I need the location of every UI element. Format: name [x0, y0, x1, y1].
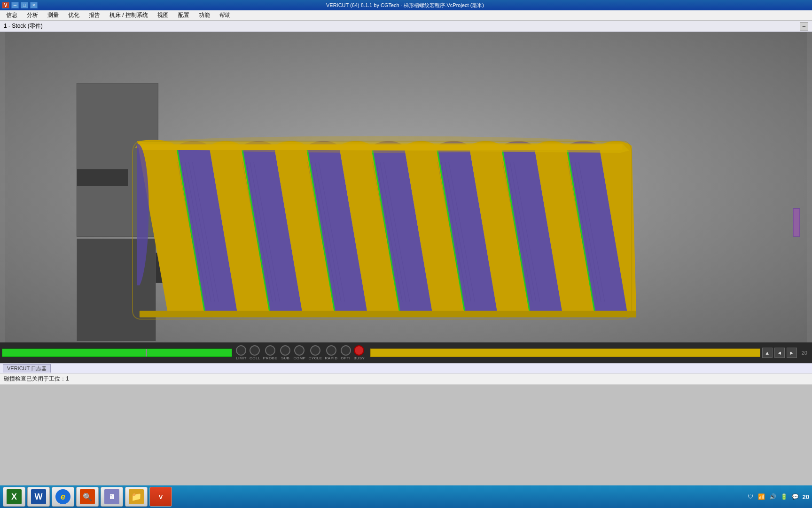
taskbar-vericut-btn[interactable]: V: [149, 487, 172, 507]
status-text: 碰撞检查已关闭于工位：1: [4, 375, 69, 383]
menu-measure[interactable]: 测量: [43, 10, 63, 21]
computer-icon: 🖥: [104, 489, 119, 504]
opti-circle[interactable]: [341, 345, 351, 356]
titlebar-left: V ─ □ ✕: [2, 2, 38, 8]
search-icon: 🔍: [80, 489, 95, 504]
ctrl-up-btn[interactable]: ▲: [762, 348, 773, 358]
progress-bar-left[interactable]: [2, 349, 232, 357]
busy-indicator[interactable]: BUSY: [354, 345, 365, 360]
coll-label: COLL: [250, 356, 260, 360]
comp-label: COMP: [293, 356, 305, 360]
ctrl-next-btn[interactable]: ►: [787, 348, 797, 358]
taskbar-folder-btn[interactable]: 📁: [125, 487, 148, 507]
infobar: 1 - Stock (零件) ─: [0, 21, 812, 32]
menu-config[interactable]: 配置: [174, 10, 194, 21]
menubar: 信息 分析 测量 优化 报告 机床 / 控制系统 视图 配置 功能 帮助: [0, 10, 812, 21]
coll-indicator[interactable]: COLL: [250, 345, 260, 360]
titlebar-title: VERICUT (64) 8.1.1 by CGTech - 梯形槽螺纹宏程序.…: [38, 2, 773, 9]
comp-indicator[interactable]: COMP: [293, 345, 305, 360]
titlebar-close-btn[interactable]: ✕: [30, 2, 38, 8]
cycle-circle[interactable]: [310, 345, 320, 356]
svg-rect-2: [77, 169, 128, 186]
limit-indicator[interactable]: LIMIT: [236, 345, 247, 360]
ctrl-right-buttons: ▲ ◄ ►: [760, 348, 799, 358]
statusbar: 碰撞检查已关闭于工位：1: [0, 373, 812, 385]
menu-analysis[interactable]: 分析: [23, 10, 42, 21]
controlbar: LIMIT COLL PROBE SUB COMP CYCLE: [0, 342, 812, 363]
vericut-taskbar-icon: V: [153, 489, 168, 504]
opti-indicator[interactable]: OPTI: [341, 345, 351, 360]
log-tab[interactable]: VERICUT 日志器: [3, 364, 51, 373]
log-bar: VERICUT 日志器: [0, 363, 812, 373]
menu-info[interactable]: 信息: [2, 10, 22, 21]
progress-thumb[interactable]: [146, 349, 147, 357]
titlebar-restore-btn[interactable]: □: [21, 2, 28, 8]
taskbar: X W e 🔍 🖥 📁 V 🛡 📶 🔊 🔋 💬 20: [0, 485, 812, 508]
probe-label: PROBE: [263, 356, 278, 360]
comp-circle[interactable]: [294, 345, 304, 356]
sub-indicator[interactable]: SUB: [280, 345, 290, 360]
taskbar-volume-icon[interactable]: 🔊: [769, 492, 777, 501]
taskbar-battery-icon[interactable]: 🔋: [780, 492, 789, 501]
limit-label: LIMIT: [236, 356, 247, 360]
svg-rect-14: [140, 311, 636, 318]
menu-function[interactable]: 功能: [195, 10, 214, 21]
sub-circle[interactable]: [280, 345, 290, 356]
stock-label: 1 - Stock (零件): [4, 22, 43, 30]
excel-icon: X: [7, 489, 22, 504]
menu-report[interactable]: 报告: [85, 10, 104, 21]
cycle-label: CYCLE: [308, 356, 322, 360]
taskbar-word-btn[interactable]: W: [27, 487, 50, 507]
infobar-minimize-btn[interactable]: ─: [800, 22, 808, 31]
svg-rect-44: [793, 208, 800, 236]
opti-label: OPTI: [341, 356, 351, 360]
probe-circle[interactable]: [265, 345, 275, 356]
app-icon[interactable]: V: [2, 2, 9, 8]
taskbar-balloon-icon[interactable]: 💬: [791, 492, 800, 501]
taskbar-time: 20: [803, 493, 809, 500]
busy-circle[interactable]: [354, 345, 364, 356]
titlebar-min-btn[interactable]: ─: [11, 2, 19, 8]
taskbar-excel-btn[interactable]: X: [3, 487, 25, 507]
page-number: 20: [799, 350, 810, 356]
coll-circle[interactable]: [250, 345, 260, 356]
probe-indicator[interactable]: PROBE: [263, 345, 278, 360]
folder-icon: 📁: [129, 489, 144, 504]
infobar-right: ─: [800, 22, 808, 31]
limit-circle[interactable]: [236, 345, 246, 356]
taskbar-shield-icon[interactable]: 🛡: [746, 492, 755, 501]
titlebar: V ─ □ ✕ VERICUT (64) 8.1.1 by CGTech - 梯…: [0, 0, 812, 10]
3d-scene: [0, 32, 812, 342]
menu-optimize[interactable]: 优化: [64, 10, 84, 21]
control-indicators: LIMIT COLL PROBE SUB COMP CYCLE: [232, 345, 368, 360]
rapid-label: RAPID: [325, 356, 338, 360]
viewport[interactable]: [0, 32, 812, 342]
taskbar-computer-btn[interactable]: 🖥: [101, 487, 123, 507]
sub-label: SUB: [281, 356, 289, 360]
ctrl-prev-btn[interactable]: ◄: [774, 348, 785, 358]
busy-label: BUSY: [354, 356, 365, 360]
taskbar-right: 🛡 📶 🔊 🔋 💬 20: [746, 492, 809, 501]
menu-view[interactable]: 视图: [153, 10, 173, 21]
taskbar-search-btn[interactable]: 🔍: [76, 487, 99, 507]
ie-icon: e: [55, 489, 70, 504]
rapid-indicator[interactable]: RAPID: [325, 345, 338, 360]
menu-help[interactable]: 帮助: [215, 10, 235, 21]
taskbar-network-icon[interactable]: 📶: [757, 492, 766, 501]
svg-rect-13: [140, 144, 623, 150]
menu-machine[interactable]: 机床 / 控制系统: [105, 10, 152, 21]
word-icon: W: [31, 489, 46, 504]
rapid-circle[interactable]: [326, 345, 336, 356]
taskbar-ie-btn[interactable]: e: [52, 487, 74, 507]
progress-bar-right[interactable]: [370, 349, 760, 357]
cycle-indicator[interactable]: CYCLE: [308, 345, 322, 360]
